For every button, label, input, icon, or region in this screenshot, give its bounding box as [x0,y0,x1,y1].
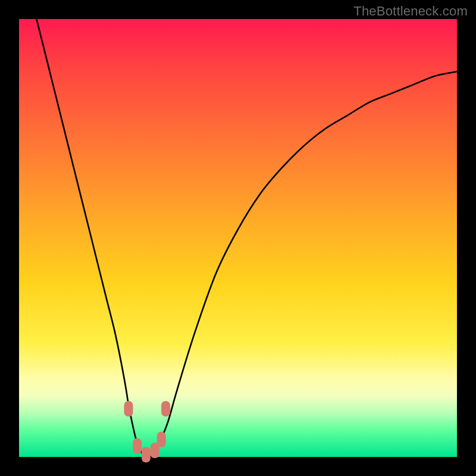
curve-marker-0 [124,401,133,416]
bottleneck-chart-svg [19,19,457,457]
bottleneck-curve-line [36,19,457,458]
chart-plot-area [19,19,457,457]
curve-marker-5 [161,401,170,416]
curve-markers-group [124,401,171,462]
curve-marker-4 [157,432,166,447]
curve-marker-2 [142,447,151,462]
watermark-text: TheBottleneck.com [353,4,468,19]
curve-marker-1 [133,439,142,454]
